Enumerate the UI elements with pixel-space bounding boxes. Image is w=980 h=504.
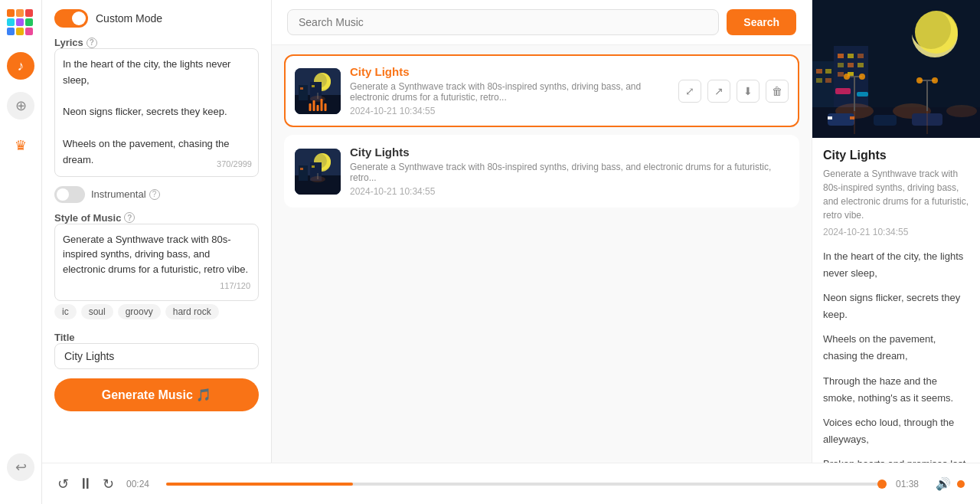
main-wrapper: Custom Mode Lyrics ? In the heart of the… [42,0,980,504]
style-section: Style of Music ? Generate a Synthwave tr… [54,212,259,322]
svg-rect-35 [838,63,844,67]
instrumental-label: Instrumental ? [91,188,160,200]
bottom-player: ↺ ⏸ ↻ 00:24 01:38 🔊 [42,463,980,504]
svg-rect-27 [816,69,822,74]
custom-mode-toggle[interactable] [54,9,88,28]
right-panel-lyrics: In the heart of the city, the lights nev… [823,248,969,489]
crown-icon[interactable]: ♛ [7,132,34,159]
instrumental-toggle[interactable] [54,186,85,203]
svg-rect-29 [816,78,822,83]
svg-rect-34 [858,54,864,58]
custom-mode-label: Custom Mode [96,12,162,25]
custom-mode-row: Custom Mode [54,9,259,28]
song-date: 2024-10-21 10:34:55 [350,106,669,116]
tag[interactable]: soul [81,304,113,319]
right-panel-desc: Generate a Synthwave track with 80s-insp… [823,167,969,222]
lyric-line: Neon signs flicker, secrets they keep. [823,290,969,323]
song-title: City Lights [350,65,669,78]
svg-rect-32 [838,54,844,58]
player-controls: ↺ ⏸ ↻ [57,475,114,493]
svg-point-56 [932,77,938,83]
style-help-icon[interactable]: ? [124,212,135,223]
song-card[interactable]: City LightsGenerate a Synthwave track wi… [284,135,799,208]
lyrics-section: Lyrics ? In the heart of the city, the l… [54,37,259,177]
tag[interactable]: groovy [118,304,161,319]
svg-rect-33 [848,54,854,58]
volume-area: 🔊 [936,476,965,491]
svg-rect-45 [874,115,897,126]
search-button[interactable]: Search [727,9,796,35]
search-bar-row: Search [272,0,812,45]
svg-rect-57 [835,88,851,94]
back-icon[interactable]: ↩ [7,453,34,481]
svg-rect-30 [825,78,831,83]
lyrics-label: Lyrics ? [54,37,259,48]
generate-music-button[interactable]: Generate Music 🎵 [54,378,259,411]
style-count: 117/120 [63,280,250,293]
title-label: Title [54,332,259,343]
song-info: City LightsGenerate a Synthwave track wi… [350,65,669,116]
svg-rect-47 [828,116,832,119]
volume-icon[interactable]: 🔊 [936,476,951,491]
center-panel: Search City LightsGenerate a Synthwave t… [272,0,812,504]
lyrics-count: 370/2999 [217,158,252,172]
instrumental-help-icon[interactable]: ? [149,189,160,200]
album-art [812,0,980,138]
lyrics-text: In the heart of the city, the lights nev… [63,57,250,169]
song-desc: Generate a Synthwave track with 80s-insp… [350,81,669,103]
song-actions: ⤢↗⬇🗑 [678,80,789,103]
record-icon[interactable]: ⊕ [7,92,34,119]
song-date: 2024-10-21 10:34:55 [350,186,789,197]
progress-bar[interactable] [166,483,884,486]
svg-rect-8 [312,85,315,87]
svg-rect-58 [857,92,868,97]
svg-rect-28 [825,69,831,74]
svg-rect-18 [300,168,303,170]
lyrics-box[interactable]: In the heart of the city, the lights nev… [54,48,259,177]
right-panel-title: City Lights [823,149,969,162]
svg-point-55 [916,77,923,83]
right-content: City Lights Generate a Synthwave track w… [812,138,980,504]
title-section: Title [54,332,259,369]
share-icon[interactable]: ↗ [707,80,730,103]
svg-point-52 [859,74,865,80]
song-list: City LightsGenerate a Synthwave track wi… [272,45,812,504]
download-icon[interactable]: ⬇ [737,80,760,103]
style-text: Generate a Synthwave track with 80s-insp… [63,232,250,277]
svg-rect-38 [838,72,844,77]
search-input[interactable] [287,9,719,35]
song-card[interactable]: City LightsGenerate a Synthwave track wi… [284,54,799,127]
song-desc: Generate a Synthwave track with 80s-insp… [350,162,789,183]
total-time: 01:38 [896,479,923,489]
progress-fill [166,483,353,486]
right-panel-date: 2024-10-21 10:34:55 [823,227,969,237]
volume-dot [957,480,965,488]
song-thumbnail [295,68,341,114]
song-info: City LightsGenerate a Synthwave track wi… [350,146,789,197]
svg-point-21 [310,176,325,182]
tag[interactable]: hard rock [165,304,219,319]
lyric-line: Voices echo loud, through the alleyways, [823,414,969,448]
forward-button[interactable]: ↻ [103,476,114,493]
tag[interactable]: ic [54,304,77,319]
instrumental-row: Instrumental ? [54,186,259,203]
lyric-line: Through the haze and the smoke, nothing'… [823,373,969,407]
lyric-line: Wheels on the pavement, chasing the drea… [823,331,969,365]
svg-point-51 [844,74,850,80]
sidebar: ♪ ⊕ ♛ ↩ [0,0,42,504]
rewind-button[interactable]: ↺ [57,476,69,493]
style-box[interactable]: Generate a Synthwave track with 80s-insp… [54,224,259,301]
right-panel: City Lights Generate a Synthwave track w… [812,0,980,504]
svg-rect-19 [312,165,315,168]
delete-icon[interactable]: 🗑 [766,80,789,103]
pause-button[interactable]: ⏸ [78,475,93,493]
music-icon[interactable]: ♪ [7,52,34,80]
svg-rect-7 [300,87,303,90]
expand-icon[interactable]: ⤢ [678,80,701,103]
style-label: Style of Music ? [54,212,259,224]
title-input[interactable] [54,343,259,369]
app-logo [7,9,34,37]
song-thumbnail [295,149,341,195]
lyrics-help-icon[interactable]: ? [87,38,97,48]
song-title: City Lights [350,146,789,159]
